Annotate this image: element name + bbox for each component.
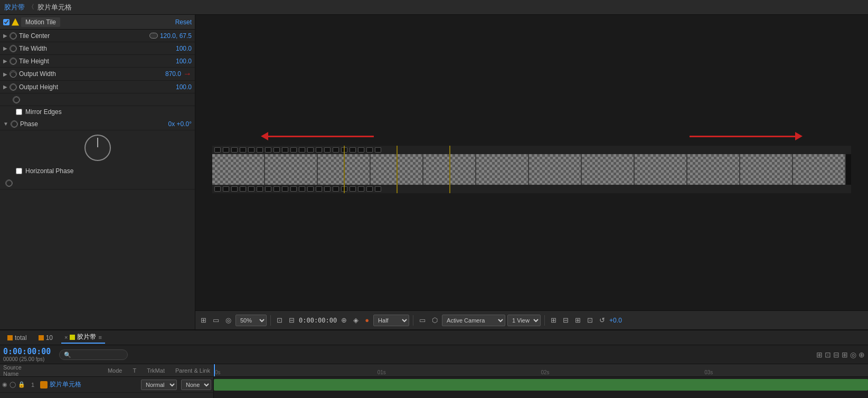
parent-header: Parent & Link — [175, 367, 210, 374]
filmstrip-frames — [212, 154, 851, 185]
phase-value[interactable]: 0x +0.0° — [168, 120, 192, 128]
phase-dial-container — [0, 130, 195, 165]
tab-menu-icon[interactable]: ≡ — [98, 334, 101, 340]
layer-visibility-button[interactable]: ◉ — [2, 381, 7, 388]
timeline-icon-1[interactable]: ⊞ — [816, 350, 823, 359]
zoom-select[interactable]: 50% 25% 100% — [235, 315, 267, 326]
hole — [333, 186, 339, 192]
output-width-row[interactable]: ▶ ◯ Output Width 870.0 → — [0, 68, 195, 81]
expand-arrow[interactable]: ▶ — [3, 71, 7, 77]
frame-cell — [318, 154, 371, 185]
arrow-line-right — [690, 136, 795, 137]
layer-solo-button[interactable]: ◯ — [10, 381, 16, 388]
tile-height-value[interactable]: 100.0 — [176, 58, 192, 65]
tile-height-row[interactable]: ▶ ◯ Tile Height 100.0 — [0, 55, 195, 68]
hole — [223, 147, 229, 153]
layer-row[interactable]: ◉ ◯ 🔒 1 胶片单元格 Normal Multiply Screen Non… — [0, 377, 213, 393]
grid-button[interactable]: ⊟ — [287, 315, 297, 325]
phase-dial[interactable] — [84, 135, 111, 161]
layer-mode-select[interactable]: Normal Multiply Screen — [141, 380, 177, 390]
tile-center-value[interactable]: 120.0, 67.5 — [160, 32, 192, 40]
timeline-tab-active[interactable]: × 胶片带 ≡ — [61, 331, 105, 344]
layer-trkmat-select[interactable]: None — [181, 380, 211, 390]
breadcrumb-bar: 胶片带 〈 胶片单元格 — [0, 0, 868, 15]
timeline-icon-3[interactable]: ⊟ — [833, 350, 839, 359]
layer-lock-button[interactable]: 🔒 — [18, 381, 25, 388]
timeline-tab-10[interactable]: 10 — [35, 333, 56, 343]
tab-close-button[interactable]: × — [64, 334, 68, 340]
output-width-value[interactable]: 870.0 — [165, 70, 181, 78]
ruler-bar[interactable]: 0s 01s 02s 03s — [214, 364, 868, 377]
timeline-tab-total[interactable]: total — [4, 333, 30, 343]
effect-name-badge: Motion Tile — [21, 17, 60, 27]
frame-marker — [344, 146, 345, 193]
output-width-arrow-icon: → — [183, 69, 192, 79]
output-height-value[interactable]: 100.0 — [176, 83, 192, 91]
color-wheel-button[interactable]: ● — [363, 315, 371, 325]
frame-marker — [397, 146, 398, 193]
fx-enable-checkbox[interactable] — [3, 19, 10, 25]
mirror-edges-row[interactable]: Mirror Edges — [0, 106, 195, 118]
preview-button[interactable]: ▭ — [211, 315, 221, 325]
output-width-icon: ◯ — [10, 70, 17, 78]
tile-width-value[interactable]: 100.0 — [176, 45, 192, 52]
timeline-icon-5[interactable]: ◎ — [850, 350, 856, 359]
graph-button[interactable]: ⊡ — [585, 315, 595, 325]
3d-button[interactable]: ⬡ — [430, 315, 440, 325]
color-button[interactable]: ◈ — [351, 315, 361, 325]
hole — [282, 186, 288, 192]
frame-cell — [793, 154, 846, 185]
quality-select[interactable]: Half Full Quarter — [373, 315, 409, 326]
timeline-ruler-area: Source Name Mode T TrkMat Parent & Link … — [0, 364, 868, 398]
timeline-icon-2[interactable]: ⊡ — [825, 350, 831, 359]
aspect-button[interactable]: ⊡ — [275, 315, 285, 325]
phase-row[interactable]: ▼ ◯ Phase 0x +0.0° — [0, 118, 195, 130]
expand-arrow[interactable]: ▼ — [3, 121, 8, 127]
expand-arrow[interactable]: ▶ — [3, 58, 7, 64]
layer-name: 胶片单元格 — [50, 380, 81, 389]
ruler-mark-1: 01s — [378, 369, 386, 375]
fast-preview-button[interactable]: ⊟ — [561, 315, 571, 325]
tile-width-row[interactable]: ▶ ◯ Tile Width 100.0 — [0, 42, 195, 55]
frame-cell — [582, 154, 635, 185]
fit-to-comp-button[interactable]: ⊞ — [199, 315, 209, 325]
reset-button[interactable]: Reset — [175, 18, 192, 26]
expand-arrow[interactable]: ▶ — [3, 45, 7, 51]
timeline-icon-4[interactable]: ⊞ — [842, 350, 848, 359]
timeline-button[interactable]: ⊞ — [573, 315, 583, 325]
camera-select[interactable]: Active Camera — [442, 315, 505, 326]
hole — [307, 186, 314, 192]
tile-center-row[interactable]: ▶ ◯ Tile Center 120.0, 67.5 — [0, 30, 195, 42]
breadcrumb-item2[interactable]: 胶片单元格 — [37, 3, 72, 12]
horizontal-phase-checkbox[interactable] — [16, 168, 22, 174]
horizontal-phase-label: Horizontal Phase — [25, 167, 73, 175]
trkmat-header: TrkMat — [147, 367, 165, 374]
frame-marker — [449, 146, 450, 193]
hole — [231, 186, 238, 192]
output-height-row[interactable]: ▶ ◯ Output Height 100.0 — [0, 81, 195, 93]
filmstrip-holes-bottom — [212, 185, 851, 193]
hole — [333, 147, 339, 153]
timeline-search-input[interactable] — [59, 349, 128, 360]
frame-cell — [687, 154, 740, 185]
track-bar[interactable] — [214, 379, 868, 391]
eye-icon[interactable] — [149, 33, 158, 39]
timeline-icon-6[interactable]: ⊕ — [858, 350, 865, 359]
horizontal-phase-row[interactable]: Horizontal Phase — [0, 165, 195, 177]
timeline-timecode[interactable]: 0:00:00:00 — [3, 347, 51, 356]
extra-icon-row: ◯ — [0, 177, 195, 189]
breadcrumb-item1[interactable]: 胶片带 — [4, 3, 25, 12]
render-button[interactable]: ▭ — [417, 315, 428, 325]
views-select[interactable]: 1 View — [507, 315, 541, 326]
3d-settings-button[interactable]: ⊞ — [549, 315, 559, 325]
timeline-left-column: Source Name Mode T TrkMat Parent & Link … — [0, 364, 214, 398]
reset-3d-button[interactable]: ↺ — [597, 315, 607, 325]
mirror-edges-checkbox[interactable] — [16, 109, 22, 115]
hole — [350, 147, 356, 153]
expand-arrow[interactable]: ▶ — [3, 33, 7, 39]
hole — [214, 147, 221, 153]
snapshot-button[interactable]: ⊕ — [339, 315, 349, 325]
expand-arrow[interactable]: ▶ — [3, 84, 7, 90]
hole — [240, 186, 246, 192]
cam-button[interactable]: ◎ — [223, 315, 233, 325]
